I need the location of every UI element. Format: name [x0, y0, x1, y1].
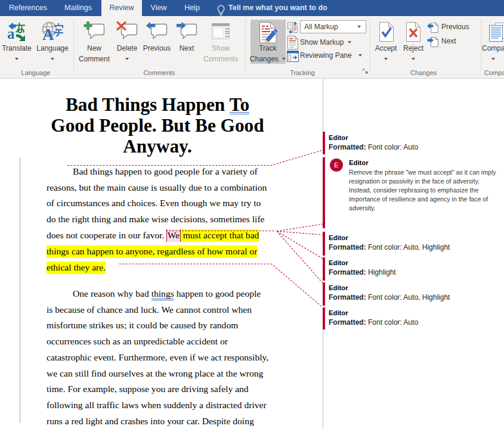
svg-text:A: A: [42, 26, 54, 41]
svg-text:a: a: [8, 26, 15, 42]
